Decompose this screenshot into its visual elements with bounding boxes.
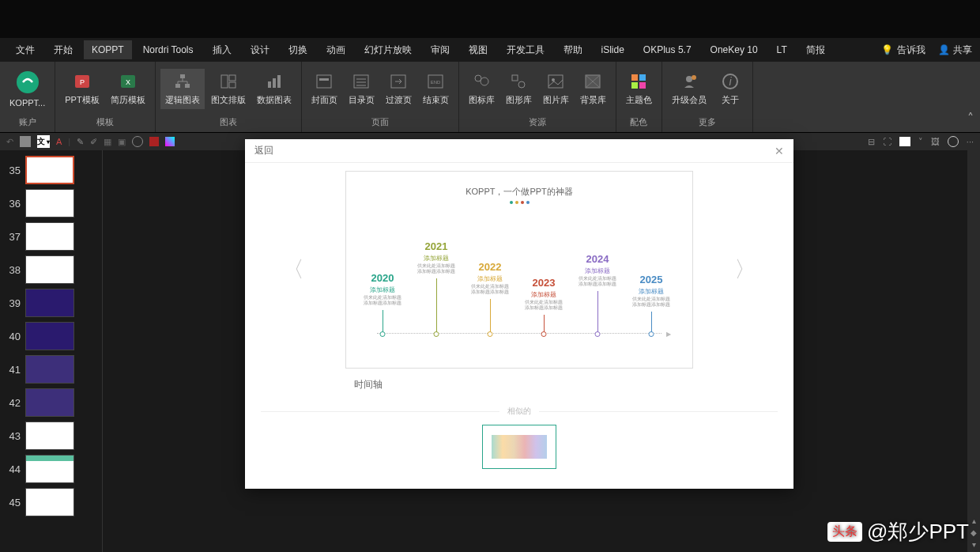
slide-number: 44: [5, 463, 21, 475]
menu-view[interactable]: 视图: [461, 40, 496, 61]
menu-review[interactable]: 审阅: [423, 40, 458, 61]
similar-label: 相似的: [499, 406, 539, 417]
image-icon[interactable]: 🖼: [931, 137, 940, 146]
menu-design[interactable]: 设计: [243, 40, 277, 61]
brush-icon[interactable]: ✐: [90, 137, 97, 147]
ribbon-btn-label: 图文排版: [211, 94, 246, 106]
timeline-stem: [597, 291, 598, 333]
color-swatch-2[interactable]: [165, 137, 175, 146]
slide-thumb-42[interactable]: 42: [0, 386, 102, 419]
color-swatch-1[interactable]: [149, 137, 159, 146]
ribbon-bg-lib-button[interactable]: 背景库: [575, 69, 611, 109]
ribbon-group-配色: 主题色配色: [616, 62, 662, 132]
resume-template-icon: X: [119, 72, 138, 91]
crop-icon[interactable]: ⛶: [883, 137, 891, 146]
more-icon[interactable]: ···: [967, 137, 974, 146]
slide-thumb-40[interactable]: 40: [0, 319, 102, 353]
menu-okplus[interactable]: OKPlus 5.7: [635, 40, 699, 59]
layer-icon[interactable]: ▣: [118, 137, 126, 147]
timeline-dot: [595, 331, 601, 337]
svg-rect-7: [185, 84, 190, 88]
menu-brief[interactable]: 简报: [798, 40, 833, 61]
scroll-down-icon[interactable]: ▾: [972, 540, 976, 549]
svg-text:END: END: [431, 80, 441, 85]
collapse-ribbon[interactable]: ˄: [961, 62, 980, 132]
ribbon-theme-color-button[interactable]: 主题色: [621, 69, 657, 109]
tell-me[interactable]: 💡 告诉我: [881, 43, 925, 57]
text-tool-icon[interactable]: 文: [37, 135, 50, 148]
menu-devtools[interactable]: 开发工具: [499, 40, 552, 61]
menu-transitions[interactable]: 切换: [281, 40, 315, 61]
slide-panel[interactable]: 3536373839404142434445: [0, 150, 103, 552]
menu-onekey[interactable]: OneKey 10: [703, 40, 766, 59]
svg-rect-16: [354, 75, 368, 88]
svg-rect-30: [631, 74, 638, 81]
next-button[interactable]: 〉: [734, 255, 756, 285]
rect-tool-icon[interactable]: [899, 137, 910, 146]
scroll-up-icon[interactable]: ▴: [972, 516, 976, 525]
ribbon-transition-button[interactable]: 过渡页: [381, 69, 416, 109]
menu-file[interactable]: 文件: [8, 40, 43, 61]
ribbon-upgrade-button[interactable]: 升级会员: [667, 69, 711, 109]
ribbon-cover-button[interactable]: 封面页: [307, 69, 342, 109]
similar-template[interactable]: [482, 425, 556, 469]
ribbon-data-chart-button[interactable]: 数据图表: [252, 69, 296, 109]
eyedropper-icon[interactable]: ✎: [77, 137, 84, 147]
slide-thumb-44[interactable]: 44: [0, 452, 102, 486]
slide-thumb-39[interactable]: 39: [0, 286, 102, 319]
ribbon-image-lib-button[interactable]: 图片库: [538, 69, 574, 109]
slide-number: 37: [5, 231, 21, 243]
back-button[interactable]: 返回: [254, 144, 273, 157]
slide-number: 35: [5, 164, 21, 176]
ribbon-btn-label: 封面页: [311, 94, 337, 106]
menu-animations[interactable]: 动画: [318, 40, 353, 61]
scroll-thumb[interactable]: ◆: [971, 528, 977, 537]
circle-tool-icon[interactable]: [132, 136, 143, 147]
logo-icon: [15, 70, 40, 95]
slide-thumb-37[interactable]: 37: [0, 220, 102, 253]
slide-thumb-43[interactable]: 43: [0, 419, 102, 452]
menu-help[interactable]: 帮助: [556, 40, 590, 61]
right-scrollbar[interactable]: ▴ ◆ ▾: [967, 150, 980, 552]
ungroup-icon[interactable]: ⊟: [868, 137, 875, 147]
ribbon-resume-template-button[interactable]: X简历模板: [106, 69, 150, 109]
align-icon[interactable]: ▦: [104, 137, 111, 147]
menu-home[interactable]: 开始: [46, 40, 81, 61]
ribbon-layout-button[interactable]: 图文排版: [206, 69, 251, 109]
timeline-subtitle: 添加标题: [424, 254, 449, 263]
slide-thumb-38[interactable]: 38: [0, 253, 102, 286]
menu-slideshow[interactable]: 幻灯片放映: [356, 40, 420, 61]
ribbon-logo-button[interactable]: KOPPT...: [5, 66, 50, 111]
menu-koppt[interactable]: KOPPT: [84, 40, 132, 59]
slide-thumb-45[interactable]: 45: [0, 486, 102, 519]
ellipse-tool-icon[interactable]: [948, 136, 959, 147]
slide-thumb-36[interactable]: 36: [0, 187, 102, 220]
slide-number: 41: [5, 364, 21, 376]
menu-insert[interactable]: 插入: [205, 40, 239, 61]
slide-thumb-35[interactable]: 35: [0, 153, 102, 187]
ribbon-btn-label: 升级会员: [672, 94, 707, 106]
ribbon-shape-lib-button[interactable]: 图形库: [501, 69, 537, 109]
undo-icon[interactable]: ↶: [6, 137, 13, 147]
timeline-dot: [434, 331, 439, 337]
font-color-icon[interactable]: A: [56, 137, 62, 146]
ribbon-toc-button[interactable]: 目录页: [344, 69, 379, 109]
divider: |: [68, 137, 70, 146]
chevron-down-icon[interactable]: ˅: [918, 137, 923, 147]
prev-button[interactable]: 〈: [282, 255, 304, 285]
share-button[interactable]: 👤 共享: [938, 43, 972, 57]
titlebar: [0, 0, 980, 38]
slide-thumb-41[interactable]: 41: [0, 353, 102, 386]
ribbon-ppt-template-button[interactable]: PPPT模板: [60, 69, 104, 109]
close-button[interactable]: ✕: [775, 145, 784, 157]
menu-lt[interactable]: LT: [769, 40, 795, 59]
textbox-style-icon[interactable]: [20, 136, 31, 147]
ribbon-logic-chart-button[interactable]: 逻辑图表: [160, 69, 205, 109]
menu-nordri[interactable]: Nordri Tools: [135, 40, 202, 59]
ribbon-about-button[interactable]: i关于: [713, 69, 748, 109]
ribbon-icon-lib-button[interactable]: 图标库: [464, 69, 499, 109]
ribbon-group-账户: KOPPT...账户: [0, 62, 55, 132]
menu-islide[interactable]: iSlide: [594, 40, 632, 59]
ribbon-ending-button[interactable]: END结束页: [418, 69, 454, 109]
svg-point-35: [692, 75, 696, 80]
